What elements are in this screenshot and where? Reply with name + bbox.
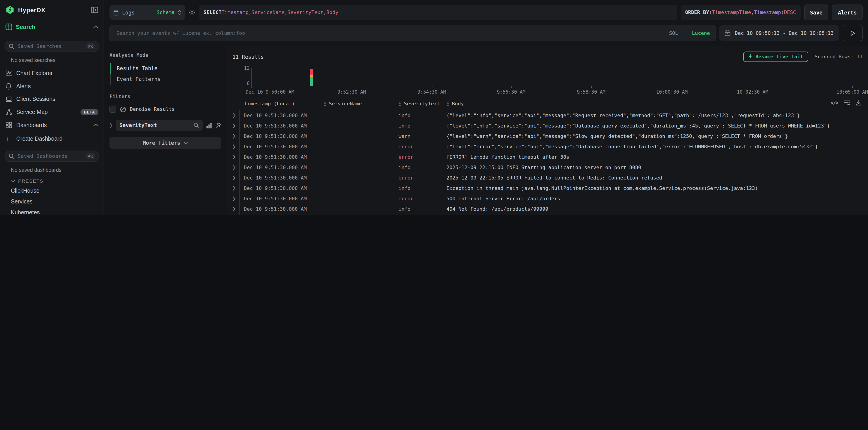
- cell-body: Exception in thread main java.lang.NullP…: [446, 186, 863, 191]
- download-icon[interactable]: [856, 100, 862, 106]
- table-row[interactable]: Dec 10 9:51:30.000 AMinfo404 Not Found: …: [227, 204, 868, 214]
- sidebar-item-service-map[interactable]: Service Map BETA: [0, 105, 103, 119]
- cell-timestamp: Dec 10 9:51:30.000 AM: [244, 154, 323, 160]
- row-expander-icon[interactable]: [232, 207, 239, 211]
- run-query-button[interactable]: [843, 25, 863, 41]
- select-clause-input[interactable]: SELECT Timestamp,ServiceName,SeverityTex…: [199, 5, 677, 20]
- row-expander-icon[interactable]: [232, 113, 239, 118]
- table-row[interactable]: Dec 10 9:51:30.000 AMinfo{"level":"info"…: [227, 121, 868, 131]
- cell-severity: warn: [399, 133, 446, 139]
- chart-explorer-icon: [5, 70, 12, 76]
- orderby-clause-input[interactable]: ORDER BY (TimestampTime, Timestamp) DESC: [681, 5, 800, 20]
- pin-icon[interactable]: [215, 122, 221, 128]
- collapse-sidebar-icon[interactable]: [91, 7, 98, 13]
- hyperdx-app: HyperDX Search Saved Searches ⌘K No save…: [0, 0, 868, 215]
- code-view-icon[interactable]: </>: [831, 100, 838, 106]
- drag-handle-icon[interactable]: [399, 101, 402, 106]
- bar-segment-error: [310, 69, 313, 75]
- lightning-icon: [748, 54, 752, 60]
- no-saved-dashboards-text: No saved dashboards: [0, 162, 103, 174]
- row-expander-icon[interactable]: [232, 144, 239, 149]
- table-row[interactable]: Dec 10 9:51:30.000 AMinfoException in th…: [227, 183, 868, 194]
- table-row[interactable]: Dec 10 9:51:30.000 AMerror{"level":"erro…: [227, 141, 868, 152]
- table-row[interactable]: Dec 10 9:51:30.000 AMerror[ERROR] Lambda…: [227, 152, 868, 162]
- topbar: Logs Schema SELECT Timestamp,ServiceName…: [104, 0, 868, 46]
- results-table: Timestamp (Local) ServiceName SeverityTe…: [227, 100, 868, 215]
- row-expander-icon[interactable]: [232, 134, 239, 139]
- histogram-bar[interactable]: [310, 69, 313, 86]
- preset-kubernetes[interactable]: Kubernetes: [0, 207, 103, 215]
- search-icon: [194, 123, 199, 128]
- search-section-icon: [5, 24, 12, 30]
- chevron-right-icon[interactable]: [110, 123, 113, 128]
- col-body[interactable]: Body: [446, 101, 863, 107]
- cell-severity: error: [399, 196, 446, 202]
- severity-filter-field[interactable]: SeverityText: [116, 120, 203, 131]
- lucene-mode-toggle[interactable]: Lucene: [692, 30, 710, 36]
- preset-clickhouse[interactable]: ClickHouse: [0, 186, 103, 196]
- shortcut-badge: ⌘K: [86, 153, 95, 159]
- row-expander-icon[interactable]: [232, 175, 239, 180]
- chevron-up-icon[interactable]: [93, 25, 98, 29]
- presets-toggle[interactable]: PRESETS: [0, 174, 103, 186]
- query-token: ,: [751, 9, 754, 15]
- table-row[interactable]: Dec 10 9:51:30.000 AMwarn{"level":"warn"…: [227, 131, 868, 141]
- source-select[interactable]: Logs Schema: [110, 5, 185, 20]
- table-row[interactable]: Dec 10 9:51:30.000 AMerror2025-12-09 22:…: [227, 173, 868, 183]
- col-severitytext[interactable]: SeverityText: [399, 101, 446, 107]
- beta-badge: BETA: [81, 109, 98, 115]
- resume-live-tail-button[interactable]: Resume Live Tail: [743, 52, 808, 62]
- row-expander-icon[interactable]: [232, 186, 239, 191]
- saved-dashboards-input[interactable]: Saved Dashboards ⌘K: [4, 151, 99, 162]
- gear-icon[interactable]: [189, 9, 195, 16]
- x-axis-tick-label: Dec 10 9:50:00 AM: [246, 89, 294, 95]
- table-row[interactable]: Dec 10 9:51:30.000 AMinfoAuthentication …: [227, 214, 868, 215]
- chevron-up-icon[interactable]: [93, 124, 98, 127]
- sidebar-item-dashboards[interactable]: Dashboards: [0, 119, 103, 132]
- events-histogram[interactable]: 12 0 Dec 10 9:50:00 AM9:52:30 AM9:54:30 …: [232, 66, 863, 94]
- alerts-button[interactable]: Alerts: [832, 4, 863, 20]
- row-expander-icon[interactable]: [232, 196, 239, 201]
- sidebar-item-alerts[interactable]: Alerts: [0, 79, 103, 93]
- log-rows: Dec 10 9:51:30.000 AMinfo{"level":"info"…: [227, 110, 868, 215]
- plus-icon: +: [5, 136, 12, 142]
- cell-body: {"level":"error","service":"api","messag…: [446, 144, 863, 150]
- search-section-label: Search: [16, 24, 35, 30]
- sql-mode-toggle[interactable]: SQL: [669, 30, 678, 36]
- table-row[interactable]: Dec 10 9:51:30.000 AMerror500 Internal S…: [227, 194, 868, 204]
- row-expander-icon[interactable]: [232, 155, 239, 160]
- x-axis-tick-label: 10:05:00 AM: [837, 89, 868, 95]
- analysis-modes: Results Table Event Patterns: [110, 63, 221, 85]
- col-timestamp[interactable]: Timestamp (Local): [244, 101, 323, 107]
- table-row[interactable]: Dec 10 9:51:30.000 AMinfo{"level":"info"…: [227, 110, 868, 121]
- save-button[interactable]: Save: [804, 4, 829, 20]
- more-filters-button[interactable]: More filters: [110, 137, 221, 149]
- sidebar-item-client-sessions[interactable]: Client Sessions: [0, 93, 103, 105]
- date-range-picker[interactable]: Dec 10 09:50:13 - Dec 10 10:05:13: [719, 25, 839, 41]
- sidebar-item-search[interactable]: Search: [0, 19, 103, 35]
- drag-handle-icon[interactable]: [446, 101, 450, 106]
- cell-severity: error: [399, 144, 446, 150]
- table-row[interactable]: Dec 10 9:51:30.000 AMinfo2025-12-09 22:1…: [227, 162, 868, 173]
- wrap-lines-icon[interactable]: [844, 100, 850, 106]
- mode-event-patterns[interactable]: Event Patterns: [110, 74, 221, 85]
- table-header: Timestamp (Local) ServiceName SeverityTe…: [227, 100, 868, 110]
- row-expander-icon[interactable]: [232, 165, 239, 170]
- preset-services[interactable]: Services: [0, 196, 103, 207]
- bar-chart-icon[interactable]: [206, 122, 212, 128]
- drag-handle-icon[interactable]: [323, 101, 327, 106]
- col-servicename[interactable]: ServiceName: [323, 101, 399, 107]
- mode-results-table[interactable]: Results Table: [110, 63, 221, 74]
- events-search: SQL | Lucene: [110, 25, 716, 41]
- events-search-input[interactable]: [115, 30, 665, 36]
- saved-searches-input[interactable]: Saved Searches ⌘K: [4, 41, 99, 52]
- row-expander-icon[interactable]: [232, 124, 239, 128]
- bar-segment-info: [310, 77, 313, 86]
- create-dashboard-button[interactable]: + Create Dashboard: [0, 132, 103, 145]
- denoise-results-toggle[interactable]: Denoise Results: [110, 106, 221, 112]
- scanned-rows-text: Scanned Rows: 11: [815, 54, 863, 60]
- denoise-checkbox[interactable]: [110, 106, 116, 112]
- results-area: 11 Results Resume Live Tail Scanned Rows…: [227, 46, 868, 215]
- search-icon: [9, 153, 14, 159]
- sidebar-item-chart-explorer[interactable]: Chart Explorer: [0, 66, 103, 79]
